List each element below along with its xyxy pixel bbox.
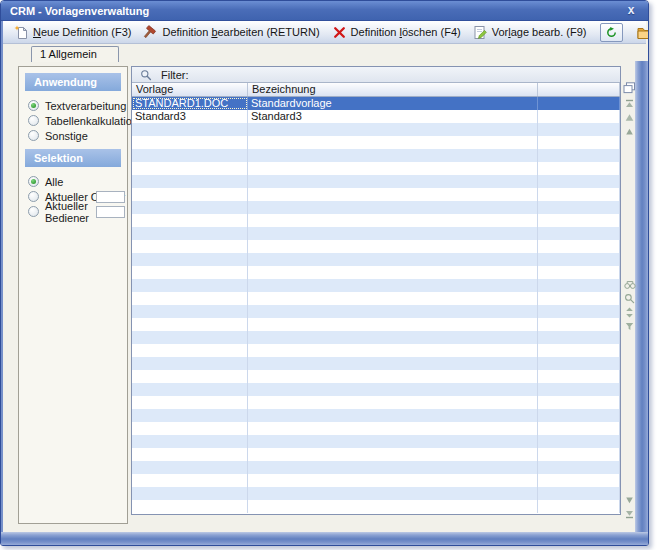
section-header-selektion: Selektion bbox=[25, 149, 121, 167]
cell-vorlage bbox=[132, 188, 248, 201]
toolbar-edit-definition-button[interactable]: Definition bearbeiten (RETURN) bbox=[137, 23, 325, 42]
close-button[interactable]: x bbox=[623, 2, 639, 19]
column-header-vorlage[interactable]: Vorlage bbox=[132, 83, 248, 96]
toolbar-refresh-button[interactable] bbox=[600, 23, 623, 42]
grid-body: STANDARD1.DOCStandardvorlageStandard3Sta… bbox=[132, 97, 620, 514]
radio-option-aktueller-bediener-input[interactable] bbox=[96, 206, 125, 218]
cell-bezeichnung bbox=[248, 188, 538, 201]
cell-bezeichnung bbox=[248, 136, 538, 149]
cell-empty bbox=[538, 409, 620, 422]
cell-empty bbox=[538, 487, 620, 500]
cell-bezeichnung bbox=[248, 500, 538, 513]
toolbar-delete-definition-label: Definition löschen (F4) bbox=[351, 26, 461, 38]
refresh-icon bbox=[604, 25, 619, 40]
cell-empty bbox=[538, 214, 620, 227]
folder-icon bbox=[637, 25, 649, 40]
grid-header-row: VorlageBezeichnung bbox=[132, 83, 620, 97]
zoom-icon[interactable] bbox=[623, 292, 636, 305]
grid-filter-bar[interactable]: Filter: bbox=[132, 67, 620, 83]
table-row-empty bbox=[132, 240, 620, 253]
cell-empty bbox=[538, 240, 620, 253]
row-down-icon[interactable] bbox=[623, 494, 636, 507]
cell-empty bbox=[538, 383, 620, 396]
radio-option-tabellenkalkulation[interactable]: Tabellenkalkulation bbox=[19, 113, 127, 128]
cell-vorlage bbox=[132, 461, 248, 474]
cell-empty bbox=[538, 188, 620, 201]
cell-vorlage bbox=[132, 422, 248, 435]
grid-side-toolbar bbox=[622, 66, 637, 522]
table-row-empty bbox=[132, 214, 620, 227]
filter-icon[interactable] bbox=[623, 320, 636, 333]
cell-vorlage bbox=[132, 357, 248, 370]
cell-vorlage bbox=[132, 344, 248, 357]
delete-x-icon bbox=[332, 25, 347, 40]
table-row-empty bbox=[132, 201, 620, 214]
table-row-empty bbox=[132, 292, 620, 305]
cell-empty bbox=[538, 279, 620, 292]
cell-empty bbox=[538, 435, 620, 448]
edit-document-icon bbox=[473, 25, 488, 40]
cell-vorlage bbox=[132, 149, 248, 162]
cell-empty bbox=[538, 123, 620, 136]
radio-option-aktueller-bediener[interactable]: Aktueller Bediener bbox=[19, 204, 127, 219]
cell-empty bbox=[538, 396, 620, 409]
cell-vorlage bbox=[132, 175, 248, 188]
radio-option-alle[interactable]: Alle bbox=[19, 174, 127, 189]
cell-vorlage bbox=[132, 123, 248, 136]
toolbar-new-definition-button[interactable]: Neue Definition (F3) bbox=[8, 23, 137, 42]
cell-bezeichnung: Standardvorlage bbox=[248, 97, 538, 110]
tab-allgemein[interactable]: 1 Allgemein bbox=[31, 46, 119, 62]
column-chooser-icon[interactable] bbox=[623, 81, 636, 94]
column-header-bezeichnung[interactable]: Bezeichnung bbox=[248, 83, 538, 96]
cell-vorlage bbox=[132, 448, 248, 461]
section-header-anwendung: Anwendung bbox=[25, 73, 121, 91]
table-row-empty bbox=[132, 461, 620, 474]
radio-label: Alle bbox=[45, 176, 63, 188]
cell-vorlage bbox=[132, 305, 248, 318]
cell-empty bbox=[538, 461, 620, 474]
cell-bezeichnung bbox=[248, 266, 538, 279]
table-row-standard3[interactable]: Standard3Standard3 bbox=[132, 110, 620, 123]
table-row-empty bbox=[132, 305, 620, 318]
cell-bezeichnung bbox=[248, 461, 538, 474]
toolbar-word-control-formats-button[interactable]: Word-Steuerformate (F6) bbox=[631, 23, 649, 42]
table-row-empty bbox=[132, 331, 620, 344]
magnifier-icon bbox=[140, 69, 152, 81]
row-up-icon[interactable] bbox=[623, 125, 636, 138]
find-icon[interactable] bbox=[623, 278, 636, 291]
page-up-icon[interactable] bbox=[623, 111, 636, 124]
template-grid: Filter: VorlageBezeichnung STANDARD1.DOC… bbox=[131, 66, 621, 515]
toolbar-delete-definition-button[interactable]: Definition löschen (F4) bbox=[326, 23, 467, 42]
radio-icon bbox=[28, 130, 39, 141]
cell-empty bbox=[538, 149, 620, 162]
toolbar-edit-template-button[interactable]: Vorlage bearb. (F9) bbox=[467, 23, 593, 42]
window-frame-left bbox=[1, 21, 3, 545]
table-row-empty bbox=[132, 383, 620, 396]
cell-vorlage bbox=[132, 318, 248, 331]
cell-vorlage bbox=[132, 162, 248, 175]
table-row-empty bbox=[132, 500, 620, 513]
cell-vorlage: STANDARD1.DOC bbox=[132, 97, 248, 110]
go-last-icon[interactable] bbox=[623, 508, 636, 521]
cell-bezeichnung bbox=[248, 409, 538, 422]
table-row-standard1-doc[interactable]: STANDARD1.DOCStandardvorlage bbox=[132, 97, 620, 110]
cell-empty bbox=[538, 227, 620, 240]
cell-empty bbox=[538, 201, 620, 214]
column-header-empty[interactable] bbox=[538, 83, 620, 96]
cell-vorlage bbox=[132, 266, 248, 279]
cell-empty bbox=[538, 318, 620, 331]
radio-option-textverarbeitung[interactable]: Textverarbeitung bbox=[19, 98, 127, 113]
radio-group-selektion: AlleAktueller OrdnerAktueller Bediener bbox=[19, 174, 127, 219]
table-row-empty bbox=[132, 370, 620, 383]
go-first-icon[interactable] bbox=[623, 97, 636, 110]
table-row-empty bbox=[132, 136, 620, 149]
cell-bezeichnung bbox=[248, 435, 538, 448]
cell-empty bbox=[538, 448, 620, 461]
radio-option-sonstige[interactable]: Sonstige bbox=[19, 128, 127, 143]
cell-vorlage bbox=[132, 396, 248, 409]
cell-bezeichnung bbox=[248, 383, 538, 396]
table-row-empty bbox=[132, 123, 620, 136]
sort-icon[interactable] bbox=[623, 306, 636, 319]
cell-vorlage bbox=[132, 409, 248, 422]
cell-empty bbox=[538, 266, 620, 279]
